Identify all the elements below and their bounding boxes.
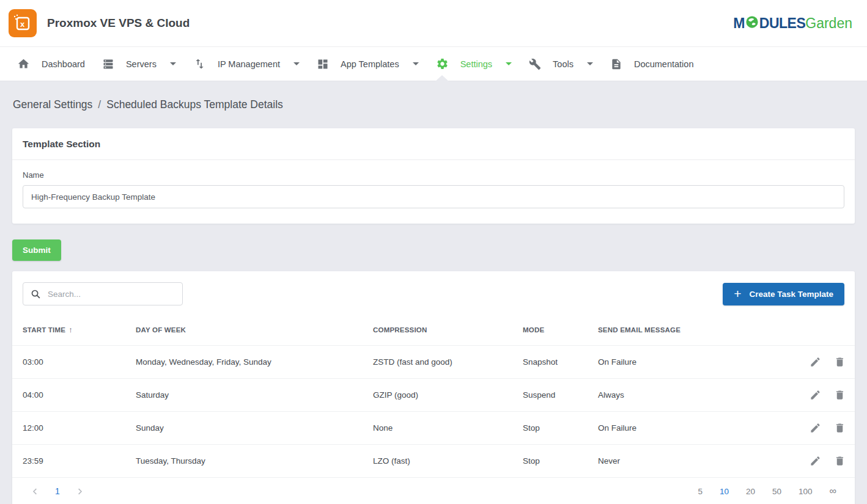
nav-label: Dashboard [42,59,85,69]
column-header-start-time[interactable]: START TIME↑ [12,316,136,346]
brand-text-m: M [733,15,745,32]
cell-start-time: 12:00 [12,412,136,445]
delete-icon[interactable] [834,455,846,467]
table-row: 12:00 Sunday None Stop On Failure [12,412,855,445]
nav-label: Settings [460,59,492,69]
submit-button[interactable]: Submit [12,239,61,261]
nav-item-dashboard[interactable]: Dashboard [9,47,94,81]
edit-icon[interactable] [810,356,821,368]
nav-item-ip-management[interactable]: IP Management [185,47,308,81]
pagination: 1 5 10 20 50 100 ∞ [12,477,855,504]
table-row: 23:59 Tuesday, Thursday LZO (fast) Stop … [12,445,855,478]
nav-label: App Templates [341,59,399,69]
template-section-card: Template Section Name [12,128,855,224]
page-title: Proxmox VE VPS & Cloud [47,16,190,30]
template-name-input[interactable] [23,185,844,208]
cell-compression: ZSTD (fast and good) [373,346,523,379]
cell-day-of-week: Tuesday, Thursday [136,445,373,478]
nav-item-tools[interactable]: Tools [520,47,602,81]
cell-mode: Stop [523,412,598,445]
backup-tasks-card: + Create Task Template START TIME↑ DAY O… [12,271,855,504]
cell-compression: GZIP (good) [373,379,523,412]
app-logo-icon[interactable]: x [9,9,37,37]
page-size-50[interactable]: 50 [772,487,781,496]
breadcrumb-separator: / [98,98,101,111]
cell-start-time: 04:00 [12,379,136,412]
next-page-icon[interactable] [75,487,84,496]
sort-ascending-icon: ↑ [68,325,73,334]
chevron-down-icon [170,62,176,65]
chevron-down-icon [506,62,512,65]
previous-page-icon[interactable] [31,487,40,496]
chevron-down-icon [293,62,300,65]
page-size-100[interactable]: 100 [799,487,813,496]
cell-send-email: On Failure [598,346,788,379]
nav-label: Servers [126,59,157,69]
brand-text-garden: Garden [805,15,852,32]
page-size-5[interactable]: 5 [698,487,703,496]
backup-tasks-table: START TIME↑ DAY OF WEEK COMPRESSION MODE… [12,316,855,477]
page-size-20[interactable]: 20 [746,487,755,496]
breadcrumb: General Settings / Scheduled Backups Tem… [0,81,867,111]
search-input[interactable] [48,290,175,299]
main-nav: Dashboard Servers IP Management App Temp… [0,47,867,81]
gear-icon [436,57,449,70]
column-header-send-email[interactable]: SEND EMAIL MESSAGE [598,316,788,346]
nav-label: Documentation [634,59,694,69]
search-box[interactable] [23,282,183,305]
delete-icon[interactable] [834,422,846,434]
cell-start-time: 03:00 [12,346,136,379]
app-templates-icon [317,58,329,70]
cell-send-email: On Failure [598,412,788,445]
plus-icon: + [734,287,741,300]
modulesgarden-logo: M DULES Garden [733,15,852,32]
delete-icon[interactable] [834,356,846,368]
active-nav-caret [435,75,449,81]
column-header-actions [788,316,855,346]
edit-icon[interactable] [810,422,821,434]
document-icon [610,58,622,70]
breadcrumb-current: Scheduled Backups Template Details [106,98,283,111]
cell-mode: Snapshot [523,346,598,379]
edit-icon[interactable] [810,389,821,401]
servers-icon [102,58,114,70]
cell-compression: None [373,412,523,445]
column-header-compression[interactable]: COMPRESSION [373,316,523,346]
cell-day-of-week: Monday, Wednesday, Friday, Sunday [136,346,373,379]
nav-item-documentation[interactable]: Documentation [602,47,703,81]
brand-text-dules: DULES [759,15,805,32]
page-number-1[interactable]: 1 [55,486,60,496]
cell-mode: Suspend [523,379,598,412]
column-header-day-of-week[interactable]: DAY OF WEEK [136,316,373,346]
nav-label: Tools [553,59,574,69]
page-size-infinity[interactable]: ∞ [830,486,836,497]
cell-compression: LZO (fast) [373,445,523,478]
svg-text:x: x [20,20,25,29]
import-export-icon [193,57,206,70]
table-row: 04:00 Saturday GZIP (good) Suspend Alway… [12,379,855,412]
chevron-down-icon [587,62,593,65]
cell-mode: Stop [523,445,598,478]
create-task-template-button[interactable]: + Create Task Template [723,283,844,305]
cell-send-email: Always [598,379,788,412]
nav-item-app-templates[interactable]: App Templates [308,47,427,81]
name-field-label: Name [23,170,844,180]
globe-icon [745,15,759,32]
table-header-row: START TIME↑ DAY OF WEEK COMPRESSION MODE… [12,316,855,346]
wrench-icon [529,58,541,70]
column-header-mode[interactable]: MODE [523,316,598,346]
table-row: 03:00 Monday, Wednesday, Friday, Sunday … [12,346,855,379]
template-section-title: Template Section [12,128,855,160]
cell-start-time: 23:59 [12,445,136,478]
app-header: x Proxmox VE VPS & Cloud M DULES Garden [0,0,867,47]
search-icon [31,289,41,299]
home-icon [17,57,30,70]
breadcrumb-parent[interactable]: General Settings [13,98,92,111]
delete-icon[interactable] [834,389,846,401]
nav-item-servers[interactable]: Servers [94,47,185,81]
nav-label: IP Management [218,59,280,69]
page-size-10[interactable]: 10 [720,487,729,496]
cell-day-of-week: Sunday [136,412,373,445]
edit-icon[interactable] [810,455,821,467]
cell-day-of-week: Saturday [136,379,373,412]
